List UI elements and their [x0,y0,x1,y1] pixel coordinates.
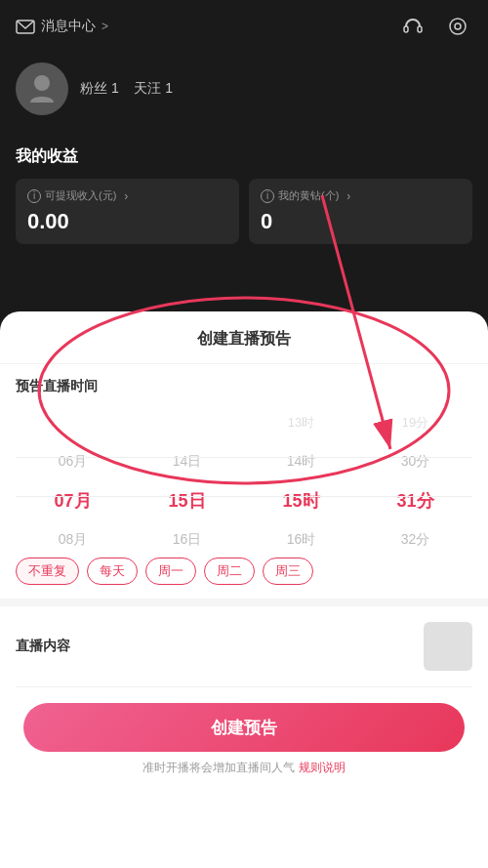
withdrawable-arrow: › [124,189,128,203]
hint-link[interactable]: 规则说明 [299,761,346,774]
fans-label: 粉丝 [80,80,107,96]
minute-column[interactable]: 19分 30分 31分 32分 33分 [358,403,472,550]
minute-item-selected: 31分 [358,481,472,520]
headset-icon-btn[interactable] [398,12,427,41]
svg-rect-1 [404,26,408,32]
hour-column[interactable]: 13时 14时 15时 16时 17时 [244,403,358,550]
headset-icon [402,16,424,37]
withdrawable-card[interactable]: i 可提现收入(元) › 0.00 [16,179,239,244]
attention-label: 天汪 [134,80,161,96]
live-content-image[interactable] [424,622,472,671]
repeat-no-repeat[interactable]: 不重复 [16,558,79,585]
avatar [16,62,68,115]
live-content-section[interactable]: 直播内容 [0,606,488,686]
minute-item-above2: 19分 [358,403,472,442]
svg-point-3 [450,19,466,34]
day-item-above2 [130,403,244,442]
day-item-above1: 14日 [130,442,244,481]
earnings-title: 我的收益 [16,146,472,167]
hint-text: 准时开播将会增加直播间人气 规则说明 [0,760,488,776]
diamond-label: i 我的黄钻(个) › [261,188,461,203]
repeat-options: 不重复 每天 周一 周二 周三 [0,550,488,599]
fans-count: 1 [111,80,119,96]
minute-item-below1: 32分 [358,520,472,550]
diamond-arrow: › [346,189,350,203]
day-item-below1: 16日 [130,520,244,550]
day-column[interactable]: 14日 15日 16日 17日 [130,403,244,550]
month-item-selected: 07月 [16,481,130,520]
repeat-monday[interactable]: 周一 [145,558,196,585]
withdrawable-label: i 可提现收入(元) › [27,188,227,203]
picker-container[interactable]: 06月 07月 08月 09月 14日 15日 16日 17日 13时 14时 … [0,403,488,550]
modal-title: 创建直播预告 [0,311,488,364]
repeat-wednesday[interactable]: 周三 [263,558,313,585]
diamond-card[interactable]: i 我的黄钻(个) › 0 [249,179,472,244]
day-item-selected: 15日 [130,481,244,520]
profile-stats: 粉丝 1 天汪 1 [80,80,173,98]
hour-item-above2: 13时 [244,403,358,442]
earnings-section: 我的收益 i 可提现收入(元) › 0.00 i 我的黄钻(个) › 0 [0,131,488,256]
message-center[interactable]: 消息中心 > [16,18,108,35]
diamond-value: 0 [261,209,461,234]
time-section-label: 预告直播时间 [0,364,488,403]
earnings-cards: i 可提现收入(元) › 0.00 i 我的黄钻(个) › 0 [16,179,472,244]
repeat-tuesday[interactable]: 周二 [204,558,255,585]
month-item-above1: 06月 [16,442,130,481]
info-icon: i [27,189,41,203]
message-icon [16,20,35,34]
attention-count: 1 [165,80,173,96]
create-preview-button[interactable]: 创建预告 [23,703,465,752]
repeat-daily[interactable]: 每天 [87,558,138,585]
minute-item-above1: 30分 [358,442,472,481]
message-chevron: > [102,20,108,33]
hint-main-text: 准时开播将会增加直播间人气 [142,761,295,774]
content-divider [16,686,472,687]
svg-point-4 [455,23,461,29]
hour-item-below1: 16时 [244,520,358,550]
hour-item-above1: 14时 [244,442,358,481]
top-bar: 消息中心 > [0,0,488,53]
settings-icon-btn[interactable] [443,12,472,41]
svg-rect-2 [418,26,422,32]
month-column[interactable]: 06月 07月 08月 09月 [16,403,130,550]
svg-point-5 [34,75,50,91]
live-content-label: 直播内容 [16,638,70,655]
settings-icon [447,16,468,37]
month-item-below1: 08月 [16,520,130,550]
month-item-above2 [16,403,130,442]
withdrawable-value: 0.00 [27,209,227,234]
profile-section: 粉丝 1 天汪 1 [0,53,488,131]
message-label: 消息中心 [41,18,96,35]
hour-item-selected: 15时 [244,481,358,520]
section-divider [0,599,488,606]
top-icons [398,12,472,41]
info-icon2: i [261,189,274,203]
modal-overlay: 创建直播预告 预告直播时间 06月 07月 08月 09月 14日 15日 16… [0,311,488,868]
